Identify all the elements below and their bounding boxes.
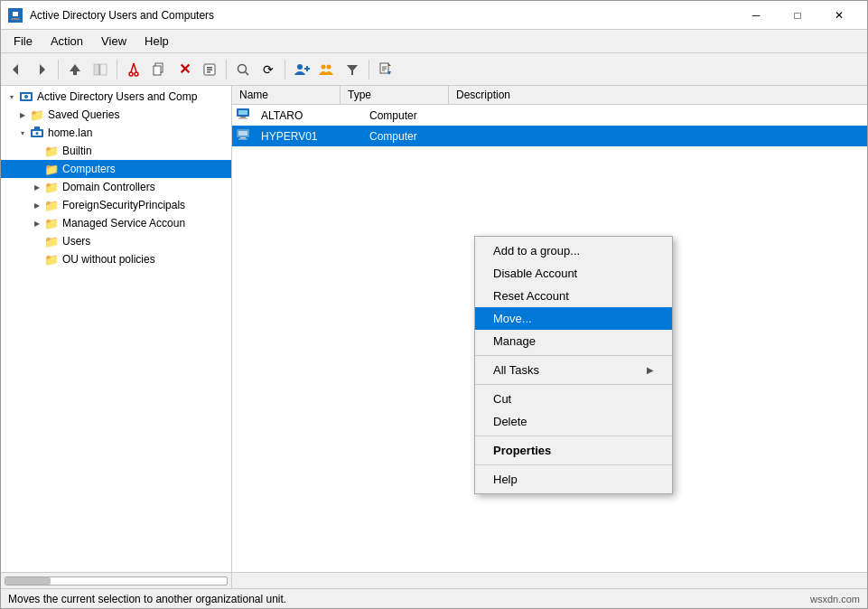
expander-root[interactable]: ▾ (5, 89, 19, 104)
svg-marker-28 (347, 65, 358, 75)
svg-point-21 (238, 64, 247, 72)
ctx-all-tasks[interactable]: All Tasks ▶ (475, 359, 672, 381)
expander-builtin[interactable] (30, 144, 44, 158)
ctx-delete[interactable]: Delete (475, 410, 672, 433)
expander-ou-without[interactable] (30, 252, 44, 267)
tree-item-root[interactable]: ▾ Active Directory Users and Comp (1, 88, 231, 106)
expander-computers[interactable] (30, 162, 44, 176)
expander-homelan[interactable]: ▾ (15, 126, 30, 140)
ctx-cut[interactable]: Cut (475, 388, 672, 410)
ctx-move[interactable]: Move... (475, 307, 672, 330)
col-header-name[interactable]: Name (232, 86, 341, 104)
folder-icon-builtin: 📁 (44, 144, 59, 158)
ctx-submenu-arrow: ▶ (647, 365, 654, 375)
menu-help[interactable]: Help (135, 33, 178, 50)
tree-item-computers[interactable]: 📁 Computers (1, 160, 231, 178)
svg-rect-9 (100, 64, 107, 75)
svg-point-11 (129, 72, 133, 76)
forward-button[interactable] (30, 58, 53, 81)
export-button[interactable] (374, 58, 397, 81)
domain-icon (30, 126, 44, 140)
tree-item-domain-ctrl[interactable]: ▶ 📁 Domain Controllers (1, 178, 231, 196)
cut-button[interactable] (122, 58, 145, 81)
main-content: ▾ Active Directory Users and Comp ▶ 📁 Sa… (1, 86, 867, 572)
tree-item-users[interactable]: 📁 Users (1, 232, 231, 250)
svg-line-13 (131, 63, 134, 72)
tree-item-root-label: Active Directory Users and Comp (37, 90, 197, 103)
expander-users[interactable] (30, 234, 44, 248)
tree-item-saved-queries[interactable]: ▶ 📁 Saved Queries (1, 106, 231, 124)
tree-item-foreign-sec[interactable]: ▶ 📁 ForeignSecurityPrincipals (1, 196, 231, 214)
col-header-type[interactable]: Type (341, 86, 449, 104)
ctx-help[interactable]: Help (475, 468, 672, 491)
svg-marker-6 (70, 64, 80, 71)
close-button[interactable]: ✕ (818, 1, 860, 30)
expander-foreign-sec[interactable]: ▶ (30, 198, 44, 212)
svg-rect-19 (207, 69, 212, 70)
refresh-button[interactable]: ⟳ (257, 58, 280, 81)
menu-view[interactable]: View (92, 33, 135, 50)
filter-button[interactable] (341, 58, 364, 81)
tree-label-builtin: Builtin (62, 145, 92, 157)
tree-hscroll-track[interactable] (5, 576, 228, 586)
menu-file[interactable]: File (5, 33, 42, 50)
tree-label-managed-svc: Managed Service Accoun (62, 217, 185, 230)
toolbar-sep-5 (369, 60, 369, 80)
ctx-reset-account[interactable]: Reset Account (475, 285, 672, 307)
context-menu: Add to a group... Disable Account Reset … (474, 236, 673, 494)
properties-toolbar-button[interactable] (198, 58, 221, 81)
toolbar-sep-2 (117, 60, 117, 80)
ctx-add-group[interactable]: Add to a group... (475, 239, 672, 262)
menu-action[interactable]: Action (42, 33, 92, 50)
minimize-button[interactable]: ─ (735, 1, 777, 30)
new-group-button[interactable] (315, 58, 339, 81)
expander-managed-svc[interactable]: ▶ (30, 216, 44, 230)
search-button[interactable] (231, 58, 255, 81)
svg-point-12 (135, 72, 138, 76)
ctx-properties[interactable]: Properties (475, 439, 672, 462)
ctx-disable-account-label: Disable Account (493, 267, 577, 280)
expander-domain-ctrl[interactable]: ▶ (30, 180, 44, 194)
tree-item-ou-without[interactable]: 📁 OU without policies (1, 250, 231, 268)
tree-pane[interactable]: ▾ Active Directory Users and Comp ▶ 📁 Sa… (1, 86, 232, 572)
tree-item-homelan[interactable]: ▾ home.lan (1, 124, 231, 142)
svg-rect-20 (207, 71, 210, 73)
tree-hscroll-thumb[interactable] (5, 577, 51, 585)
delete-toolbar-button[interactable]: ✕ (173, 58, 196, 81)
tree-label-domain-ctrl: Domain Controllers (62, 181, 155, 193)
tree-item-managed-svc[interactable]: ▶ 📁 Managed Service Accoun (1, 214, 231, 232)
ctx-manage-label: Manage (493, 334, 536, 348)
menu-bar: File Action View Help (1, 30, 867, 53)
copy-button[interactable] (147, 58, 171, 81)
hscroll-bar[interactable] (1, 572, 867, 588)
window-title: Active Directory Users and Computers (30, 9, 735, 22)
col-header-description[interactable]: Description (449, 86, 867, 104)
show-tree-button[interactable] (89, 58, 112, 81)
back-button[interactable] (5, 58, 28, 81)
list-cell-altaro-type: Computer (362, 108, 471, 124)
svg-rect-18 (207, 67, 212, 69)
list-item-altaro[interactable]: ALTARO Computer (232, 105, 867, 126)
ctx-disable-account[interactable]: Disable Account (475, 262, 672, 285)
tree-label-users: Users (62, 235, 90, 248)
ctx-manage[interactable]: Manage (475, 330, 672, 352)
ctx-sep-1 (475, 355, 672, 356)
svg-rect-8 (94, 64, 99, 75)
svg-point-40 (36, 132, 39, 135)
svg-point-27 (327, 64, 331, 69)
tree-item-builtin[interactable]: 📁 Builtin (1, 142, 231, 160)
ctx-move-label: Move... (493, 312, 532, 325)
restore-button[interactable]: □ (777, 1, 818, 30)
ctx-cut-label: Cut (493, 392, 511, 406)
up-button[interactable] (63, 58, 87, 81)
list-item-hyperv01[interactable]: HYPERV01 Computer (232, 126, 867, 146)
ctx-delete-label: Delete (493, 415, 527, 428)
svg-point-23 (297, 64, 303, 70)
ctx-sep-2 (475, 384, 672, 385)
list-cell-hyperv01-type: Computer (362, 128, 471, 145)
svg-rect-7 (73, 71, 77, 75)
folder-icon-computers: 📁 (44, 162, 59, 176)
new-user-button[interactable] (290, 58, 313, 81)
expander-saved-queries[interactable]: ▶ (15, 108, 30, 122)
svg-line-22 (246, 71, 249, 75)
